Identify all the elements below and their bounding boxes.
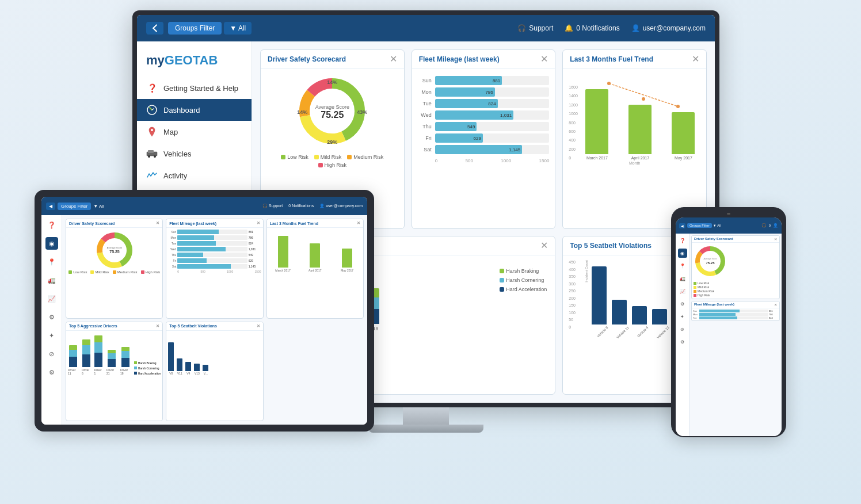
bar-val-sat: 1,145 [509,147,522,152]
phone-screen: ◀ Groups Filter ▼ All 🎧 0 👤 ❓ ◉ 📍 🚛 📈 ⚙ [676,217,782,436]
driver-safety-close[interactable]: ✕ [390,55,397,64]
phone-icon-activity[interactable]: 📈 [678,287,687,296]
tablet-all-dropdown[interactable]: ▼ All [93,204,104,209]
sb-y-50: 50 [569,318,582,322]
phone-icon-dashboard[interactable]: ◉ [678,249,687,258]
sb-label-v4: Vehicle 4 [637,326,649,338]
fuel-trend-title: Last 3 Months Fuel Trend [570,55,653,63]
phone-icon-zones[interactable]: ✦ [678,312,687,321]
monitor-stand-base [368,425,483,433]
tablet-icon-map[interactable]: 📍 [45,255,58,268]
legend-low-risk: Low Risk [281,154,308,160]
tablet-back[interactable]: ◀ [46,203,55,210]
ta-d18: Driver 18 [120,347,131,375]
phone-all[interactable]: ▼ All [713,224,721,227]
tablet-topnav: ◀ Groups Filter ▼ All 🎧 Support 0 Notifi… [41,197,367,215]
aggressive-drivers-close[interactable]: ✕ [540,241,548,250]
tablet-icon-admin[interactable]: ⚙ [45,366,58,379]
fuel-trend-header: Last 3 Months Fuel Trend ✕ [563,50,706,69]
user-menu[interactable]: 👤 user@company.com [631,24,706,32]
bar-label-sun: Sun [418,78,432,83]
tablet-aggressive-close[interactable]: ✕ [156,324,159,329]
tablet-icon-engine[interactable]: ⚙ [45,311,58,323]
tablet-fleet-close[interactable]: ✕ [257,221,260,226]
tablet-icon-rules[interactable]: ⊘ [45,348,58,360]
legend-mild-risk: Mild Risk [314,154,342,160]
phone-icon-admin[interactable]: ⚙ [678,337,687,346]
sidebar-item-dashboard[interactable]: Dashboard [137,99,252,121]
svg-text:75.25: 75.25 [109,250,120,254]
fleet-mileage-body: Sun 881 Mon [412,69,555,170]
fleet-mileage-title: Fleet Mileage (last week) [419,55,500,63]
tablet-device: ◀ Groups Filter ▼ All 🎧 Support 0 Notifi… [35,190,374,432]
tablet-icon-help[interactable]: ❓ [45,219,58,231]
tablet-screen: ◀ Groups Filter ▼ All 🎧 Support 0 Notifi… [41,197,367,425]
bar-fill-sat: 1,145 [435,145,523,154]
support-label: Support [529,24,553,32]
tb-row-wed: Wed 1,031 [168,247,261,251]
fuel-y-800: 800 [569,121,578,125]
phone-icon-rules[interactable]: ⊘ [678,324,687,334]
pf-tue: Tue 824 [693,316,778,319]
phone-back[interactable]: ◀ [679,223,685,228]
tablet-x-axis: 050010001500 [168,270,261,273]
tablet-support[interactable]: 🎧 Support [262,204,283,208]
phone-icon-vehicles[interactable]: 🚛 [678,274,687,283]
phone-driver-safety-close[interactable]: ✕ [774,237,777,241]
tablet-seatbelt-close[interactable]: ✕ [257,324,260,329]
bar-row-wed: Wed 1,031 [418,110,550,120]
sidebar-item-map[interactable]: Map [137,121,252,143]
phone-topnav-right: 🎧 0 👤 [761,223,778,228]
phone-panel-fleet-mileage: Fleet Mileage (last week) ✕ Sun 881 [691,301,780,321]
tf-april: April 2017 [300,243,329,272]
tablet-panel-seatbelt: Top 5 Seatbelt Violations ✕ V8 [166,322,263,422]
phone-icon-engine[interactable]: ⚙ [678,299,687,308]
tablet-notif[interactable]: 0 Notifications [288,204,314,208]
tablet-icon-activity[interactable]: 📈 [45,292,58,305]
phone-groups-filter[interactable]: Groups Filter [687,223,712,228]
sidebar-item-activity[interactable]: Activity [137,165,252,186]
phone-fleet-close[interactable]: ✕ [774,303,777,307]
tf-may: May 2017 [333,249,361,272]
tablet-driver-safety-close[interactable]: ✕ [156,221,159,226]
support-link[interactable]: 🎧 Support [517,24,553,32]
tablet-fuel-close[interactable]: ✕ [357,221,360,226]
bar-row-tue: Tue 824 [418,99,550,108]
phone-support-icon: 🎧 [761,223,767,228]
tablet-user[interactable]: 👤 user@company.com [319,204,363,208]
acceleration-dot [500,287,504,292]
logo: myGEOTAB [137,48,252,77]
phone-sidebar: ❓ ◉ 📍 🚛 📈 ⚙ ✦ ⊘ ⚙ [676,234,689,436]
bar-val-sun: 881 [493,78,502,83]
tablet-icon-vehicles[interactable]: 🚛 [45,274,58,287]
notifications-link[interactable]: 🔔 0 Notifications [565,24,619,32]
phone-icon-help[interactable]: ❓ [678,236,687,245]
bar-track-tue: 824 [435,99,550,108]
low-risk-dot [281,155,285,159]
groups-filter-button[interactable]: Groups Filter [168,22,222,35]
tablet-panel-driver-safety: Driver Safety Scorecard ✕ Average Score [66,219,163,319]
tablet-icon-zones[interactable]: ✦ [45,329,58,342]
fuel-bar-april-fill [628,105,652,154]
back-button[interactable] [146,22,163,35]
fuel-trend-close[interactable]: ✕ [692,55,699,64]
sb-v11-group: Vehicle 11 [611,300,627,329]
bar-row-fri: Fri 629 [418,133,550,143]
sb-y-0: 0 [569,325,582,329]
tablet-main: ❓ ◉ 📍 🚛 📈 ⚙ ✦ ⊘ ⚙ Driver Safety Scorecar… [41,215,367,425]
tablet-seatbelt-title: Top 5 Seatbelt Violations [169,324,217,328]
tablet-icon-dashboard[interactable]: ◉ [45,237,58,250]
sidebar-item-getting-started[interactable]: ❓ Getting Started & Help [137,77,252,99]
tablet-fleet-mileage-title: Fleet Mileage (last week) [169,222,216,226]
donut-chart-wrap: 14% 43% 29% 14% Average Score 75.25 [295,74,369,151]
phone-driver-safety-header: Driver Safety Scorecard ✕ [692,236,779,243]
sidebar-item-vehicles[interactable]: Vehicles [137,143,252,165]
bar-fill-sun: 881 [435,76,502,85]
pf-sun: Sun 881 [693,310,778,312]
all-dropdown[interactable]: ▼ All [224,22,252,35]
tablet-groups-filter[interactable]: Groups Filter [58,203,91,210]
pct-top: 14% [327,79,337,85]
phone-icon-map[interactable]: 📍 [678,261,687,270]
fleet-mileage-close[interactable]: ✕ [540,55,548,64]
notification-icon: 🔔 [565,24,573,32]
